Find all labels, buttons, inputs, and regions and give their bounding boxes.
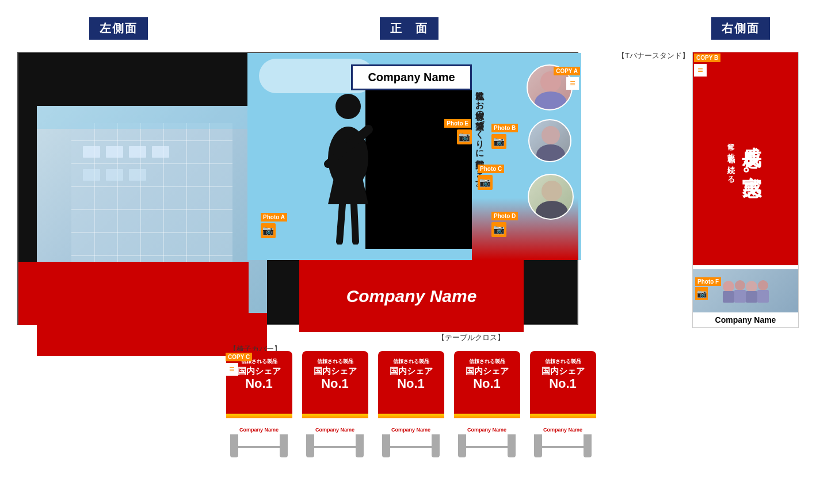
chair-crossbar-4 (464, 446, 510, 448)
svg-point-35 (536, 144, 565, 162)
copy-c-badge: COPY C (226, 353, 252, 361)
svg-point-36 (542, 181, 562, 201)
svg-line-44 (354, 204, 356, 242)
chair-subtext-3: 信頼される製品 (393, 358, 429, 365)
photo-e-badge: Photo E (444, 119, 471, 128)
chair-card-5: 信頼される製品 国内シェア No.1 Company Name (530, 351, 596, 434)
photo-d-badge: Photo D (491, 212, 518, 220)
chair-covers-section: 信頼される製品 国内シェア No.1 Company Name 信頼される製品 … (224, 351, 597, 457)
copy-b-badge: COPY B (694, 54, 720, 62)
svg-point-38 (335, 94, 361, 119)
front-company-name-box: Company Name (351, 64, 472, 90)
left-wall-red-strip (18, 262, 249, 325)
svg-rect-15 (83, 146, 100, 158)
right-collage-panel (472, 53, 578, 260)
chair-legs-1 (230, 434, 288, 457)
chair-crossbar-2 (312, 446, 358, 448)
chair-main-2: 国内シェア (314, 366, 357, 376)
svg-point-34 (542, 126, 560, 144)
chair-main-5: 国内シェア (542, 366, 585, 376)
svg-rect-30 (746, 291, 757, 303)
svg-rect-19 (83, 169, 100, 181)
photo-e-icon: 📷 (457, 129, 472, 144)
chair-no1-5: No.1 (549, 376, 577, 391)
photo-c-icon: 📷 (478, 175, 493, 190)
copy-a-badge: COPY A (554, 67, 580, 75)
photo-b-badge: Photo B (491, 124, 518, 132)
svg-point-24 (723, 281, 734, 292)
svg-rect-28 (723, 291, 734, 303)
photo-d-icon: 📷 (491, 222, 506, 237)
chair-cover-4: 信頼される製品 国内シェア No.1 Company Name (452, 351, 521, 457)
chair-company-3: Company Name (378, 427, 444, 433)
svg-rect-16 (106, 146, 123, 158)
t-banner-company-name: Company Name (715, 315, 776, 324)
t-banner-label: 【Tバナースタンド】 (617, 51, 689, 61)
booth-opening (365, 85, 472, 249)
t-banner-subtext: 常に挑戦を続ける (726, 137, 737, 181)
chair-card-4: 信頼される製品 国内シェア No.1 Company Name (454, 351, 520, 434)
photo-a-icon: 📷 (261, 223, 276, 238)
front-red-counter: Company Name (299, 260, 524, 332)
chair-no1-3: No.1 (397, 376, 425, 391)
svg-rect-29 (734, 290, 746, 303)
table-cross-label: 【テーブルクロス】 (437, 333, 505, 343)
svg-rect-17 (129, 146, 146, 158)
svg-line-43 (340, 204, 342, 242)
chair-crossbar-3 (388, 446, 434, 448)
person-silhouette (322, 89, 374, 245)
photo-f-icon: 📷 (695, 287, 708, 300)
photo-c-badge: Photo C (478, 165, 504, 173)
group-photo (693, 269, 798, 312)
chair-company-1: Company Name (226, 427, 292, 433)
svg-point-37 (536, 201, 568, 220)
svg-point-25 (735, 280, 745, 291)
chair-subtext-4: 信頼される製品 (469, 358, 505, 365)
person-photo-3 (528, 174, 574, 220)
chair-main-3: 国内シェア (390, 366, 433, 376)
chair-main-1: 国内シェア (238, 366, 281, 376)
copy-a-icon: ≡ (566, 77, 579, 90)
svg-rect-22 (37, 106, 267, 129)
svg-point-33 (535, 91, 567, 110)
section-front-label: 正 面 (380, 17, 438, 40)
chair-cover-2: 信頼される製品 国内シェア No.1 Company Name (300, 351, 369, 457)
photo-f-badge: Photo F (695, 277, 721, 286)
chair-company-2: Company Name (302, 427, 368, 433)
t-banner-stand: COPY B ≡ 常に挑戦を続ける 成長を実感。 Photo F 📷 Compa… (692, 52, 799, 328)
chair-legs-3 (382, 434, 440, 457)
chair-cover-5: 信頼される製品 国内シェア No.1 Company Name (528, 351, 597, 457)
chair-card-3: 信頼される製品 国内シェア No.1 Company Name (378, 351, 444, 434)
section-right-label: 右側面 (711, 17, 770, 40)
photo-b-icon: 📷 (491, 134, 506, 149)
chair-crossbar-1 (236, 446, 282, 448)
t-banner-maintext: 成長を実感。 (739, 131, 765, 187)
chair-legs-4 (458, 434, 516, 457)
photo-a-badge: Photo A (261, 213, 287, 222)
section-left-label: 左側面 (89, 17, 148, 40)
person-photo-2 (528, 119, 571, 162)
chair-no1-4: No.1 (473, 376, 501, 391)
svg-rect-18 (152, 146, 169, 158)
chair-main-4: 国内シェア (466, 366, 509, 376)
chair-legs-2 (306, 434, 364, 457)
chair-crossbar-5 (540, 446, 586, 448)
svg-marker-42 (328, 178, 368, 204)
chair-subtext-2: 信頼される製品 (317, 358, 353, 365)
svg-rect-21 (129, 169, 146, 181)
chair-no1-2: No.1 (321, 376, 349, 391)
svg-rect-20 (106, 169, 123, 181)
copy-c-icon: ≡ (226, 363, 238, 376)
svg-rect-31 (757, 290, 769, 303)
chair-subtext-5: 信頼される製品 (545, 358, 581, 365)
chair-card-2: 信頼される製品 国内シェア No.1 Company Name (302, 351, 368, 434)
chair-legs-5 (534, 434, 592, 457)
svg-point-26 (746, 281, 757, 292)
chair-company-4: Company Name (454, 427, 520, 433)
front-counter-company-name: Company Name (346, 287, 477, 306)
t-banner-red-section: 常に挑戦を続ける 成長を実感。 (693, 52, 798, 265)
chair-cover-3: 信頼される製品 国内シェア No.1 Company Name (376, 351, 445, 457)
t-banner-bottom-section: Photo F 📷 Company Name (693, 265, 798, 328)
chair-no1-1: No.1 (245, 376, 273, 391)
copy-b-icon: ≡ (694, 64, 707, 77)
